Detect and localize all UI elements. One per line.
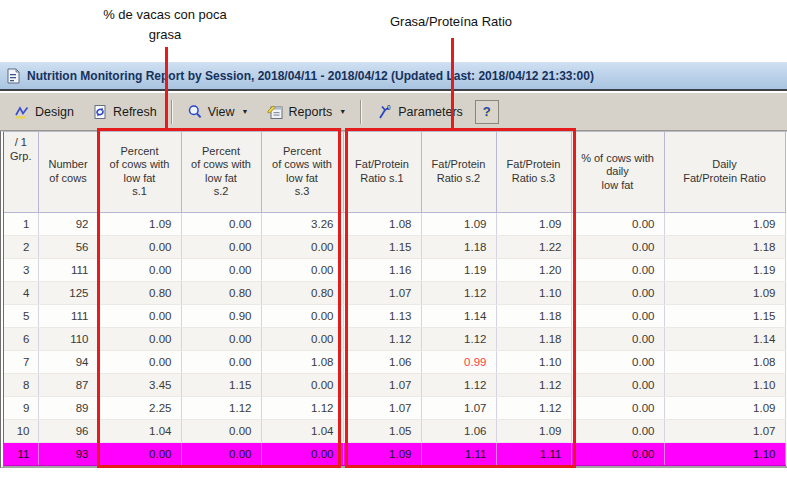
cell-pct-daily-low-fat[interactable]: 0.00 — [571, 235, 664, 258]
view-button[interactable]: View ▼ — [179, 99, 257, 125]
reports-label: Reports — [289, 105, 333, 119]
cell-number-of-cows[interactable]: 56 — [38, 235, 98, 258]
design-icon — [14, 104, 30, 120]
window-title: Nutrition Monitoring Report by Session, … — [27, 69, 594, 83]
cell-grp[interactable]: 8 — [4, 373, 38, 396]
cell-grp[interactable]: 3 — [4, 258, 38, 281]
view-label: View — [208, 105, 235, 119]
cell-daily-fp-ratio[interactable]: 1.07 — [664, 419, 785, 442]
cell-number-of-cows[interactable]: 96 — [38, 419, 98, 442]
toolbar-separator — [171, 100, 173, 124]
parameters-icon: 0 — [376, 104, 393, 120]
annotation-box-low-fat-columns — [97, 128, 341, 468]
cell-grp[interactable]: 5 — [4, 304, 38, 327]
cell-daily-fp-ratio[interactable]: 1.09 — [664, 281, 785, 304]
callout-low-fat-line — [165, 47, 168, 128]
cell-grp[interactable]: 11 — [4, 442, 38, 465]
toolbar: Design Refresh View — [0, 93, 787, 131]
cell-daily-fp-ratio[interactable]: 1.15 — [664, 304, 785, 327]
cell-daily-fp-ratio[interactable]: 1.10 — [664, 373, 785, 396]
col-header-daily-fp-ratio[interactable]: Daily Fat/Protein Ratio — [664, 132, 785, 212]
col-header-number-of-cows[interactable]: Number of cows — [38, 132, 98, 212]
cell-pct-daily-low-fat[interactable]: 0.00 — [571, 419, 664, 442]
report-document-icon — [5, 68, 21, 84]
cell-grp[interactable]: 6 — [4, 327, 38, 350]
callout-ratio-label: Grasa/Proteína Ratio — [344, 12, 558, 32]
cell-daily-fp-ratio[interactable]: 1.09 — [664, 396, 785, 419]
refresh-icon — [92, 104, 108, 120]
cell-number-of-cows[interactable]: 110 — [38, 327, 98, 350]
cell-number-of-cows[interactable]: 111 — [38, 304, 98, 327]
cell-pct-daily-low-fat[interactable]: 0.00 — [571, 350, 664, 373]
cell-pct-daily-low-fat[interactable]: 0.00 — [571, 281, 664, 304]
cell-pct-daily-low-fat[interactable]: 0.00 — [571, 396, 664, 419]
cell-number-of-cows[interactable]: 125 — [38, 281, 98, 304]
cell-grp[interactable]: 4 — [4, 281, 38, 304]
reports-button[interactable]: Reports ▼ — [259, 99, 355, 125]
callout-ratio-line — [451, 38, 454, 128]
refresh-label: Refresh — [113, 105, 157, 119]
design-button[interactable]: Design — [6, 99, 82, 125]
cell-daily-fp-ratio[interactable]: 1.10 — [664, 442, 785, 465]
cell-daily-fp-ratio[interactable]: 1.09 — [664, 212, 785, 235]
cell-pct-daily-low-fat[interactable]: 0.00 — [571, 327, 664, 350]
cell-grp[interactable]: 10 — [4, 419, 38, 442]
svg-text:0: 0 — [387, 104, 391, 111]
cell-pct-daily-low-fat[interactable]: 0.00 — [571, 442, 664, 465]
cell-grp[interactable]: 7 — [4, 350, 38, 373]
cell-daily-fp-ratio[interactable]: 1.14 — [664, 327, 785, 350]
reports-icon — [267, 104, 284, 120]
cell-daily-fp-ratio[interactable]: 1.08 — [664, 350, 785, 373]
callout-low-fat-label: % de vacas con poca grasa — [55, 5, 275, 45]
chevron-down-icon: ▼ — [242, 108, 249, 115]
cell-pct-daily-low-fat[interactable]: 0.00 — [571, 304, 664, 327]
window-titlebar[interactable]: Nutrition Monitoring Report by Session, … — [0, 62, 787, 91]
cell-pct-daily-low-fat[interactable]: 0.00 — [571, 373, 664, 396]
cell-grp[interactable]: 2 — [4, 235, 38, 258]
chevron-down-icon: ▼ — [339, 108, 346, 115]
cell-number-of-cows[interactable]: 89 — [38, 396, 98, 419]
cell-number-of-cows[interactable]: 111 — [38, 258, 98, 281]
parameters-button[interactable]: 0 Parameters — [368, 99, 471, 125]
cell-pct-daily-low-fat[interactable]: 0.00 — [571, 258, 664, 281]
cell-daily-fp-ratio[interactable]: 1.18 — [664, 235, 785, 258]
magnifier-icon — [187, 104, 203, 120]
col-header-grp[interactable]: / 1 Grp. — [4, 132, 38, 212]
cell-pct-daily-low-fat[interactable]: 0.00 — [571, 212, 664, 235]
cell-daily-fp-ratio[interactable]: 1.19 — [664, 258, 785, 281]
refresh-button[interactable]: Refresh — [84, 99, 165, 125]
col-header-pct-daily-low-fat[interactable]: % of cows with daily low fat — [571, 132, 664, 212]
design-label: Design — [35, 105, 74, 119]
cell-grp[interactable]: 1 — [4, 212, 38, 235]
cell-number-of-cows[interactable]: 87 — [38, 373, 98, 396]
annotation-box-ratio-columns — [345, 128, 576, 468]
screenshot-root: % de vacas con poca grasa Grasa/Proteína… — [0, 0, 787, 485]
cell-number-of-cows[interactable]: 92 — [38, 212, 98, 235]
cell-number-of-cows[interactable]: 94 — [38, 350, 98, 373]
cell-grp[interactable]: 9 — [4, 396, 38, 419]
help-button[interactable]: ? — [475, 100, 499, 124]
cell-number-of-cows[interactable]: 93 — [38, 442, 98, 465]
toolbar-separator — [360, 100, 362, 124]
